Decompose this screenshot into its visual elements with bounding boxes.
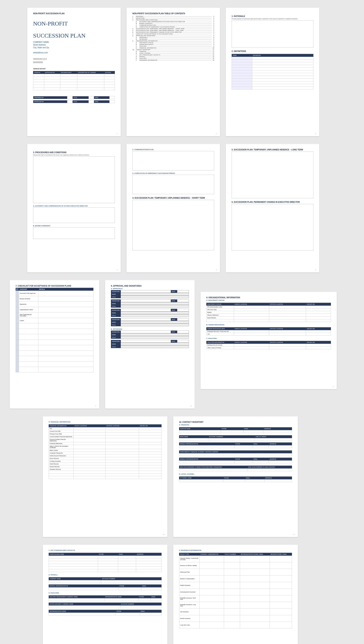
- section-9-title: 9. ORGANIZATIONAL INFORMATION: [206, 296, 331, 299]
- section-3c: C. COMMUNICATIONS PLAN: [132, 149, 214, 150]
- approvals-block: SIGNATUREDATENAMETITLESIGNATUREDATENAMET…: [111, 290, 189, 326]
- short-term-box: [132, 200, 214, 250]
- attorney-table: ATTORNEY NAMEPHONEEMAILADDRESS: [179, 476, 292, 482]
- company-block: COMPANY NAME Street Address City, State …: [33, 41, 115, 49]
- doc-header: NON-PROFIT SUCCESSION PLAN: [33, 12, 115, 14]
- section-10a: A. FINANCIAL: [179, 424, 292, 426]
- branch-rep-table: BRANCH REPRESENTATIVEPHONEEMAILADDRESS: [179, 442, 292, 448]
- oversight-box: [33, 227, 115, 239]
- toc-title: NON-PROFIT SUCCESSION PLAN TABLE OF CONT…: [132, 12, 214, 14]
- page-10: D. FINANCIAL INFORMATION FINANCIAL INFOR…: [43, 416, 167, 537]
- toc-list: 1.RATIONALE32.DEFINITIONS33.PROCEDURES A…: [132, 16, 214, 61]
- section-1-title: 1. RATIONALE: [232, 15, 313, 17]
- insurance-table: POLICY TYPECOMPANY / UNDERWRITERPOLICY N…: [179, 553, 292, 628]
- completion-box: [132, 175, 214, 194]
- definitions-table: TERMDEFINITION: [232, 54, 313, 90]
- section-3a: A. AUTHORITY AND COMPENSATION OF ACTING …: [33, 205, 115, 207]
- office-security-table: OFFICE SECURITY COMPANY NAMEACCOUNT NUMB…: [49, 602, 162, 608]
- section-8b: B. WITNESSES: [111, 328, 189, 330]
- payroll-rep-table: PAYROLL REPRESENTATIVEPHONEEMAIL: [49, 584, 162, 590]
- long-term-box: [232, 152, 313, 198]
- page-5: C. COMMUNICATIONS PLAN D. COMPLETION OF …: [127, 144, 220, 272]
- bank-table: BANK NAMEACCOUNT NUMBERSLINE OF CREDIT: [179, 435, 292, 441]
- rep-table: REPRESENTATIVE NAMEPHONEEMAIL: [49, 610, 162, 616]
- section-3-desc: Discuss the chain of command in the even…: [33, 154, 115, 156]
- web: webaddress.com: [33, 51, 115, 54]
- section-10-title: 10. CONTACT INVENTORY: [179, 421, 292, 423]
- stakeholder-table: STAKEHOLDER NAMEPHONEEMAILADDRESS: [49, 553, 162, 572]
- section-3d: D. COMPLETION OF EMERGENCY SUCCESSION PE…: [132, 172, 214, 174]
- section-9b: B. HUMAN RESOURCES: [206, 324, 331, 326]
- section-9a: A. NON-PROFIT STATUS: [206, 300, 331, 301]
- section-10b: B. LEGAL COUNSEL: [179, 473, 292, 475]
- version: VERSION 0.0.0: [33, 58, 115, 60]
- section-10e: E. FACILITIES: [49, 592, 162, 594]
- branch-rep-2-table: BRANCH REPRESENTATIVEPHONEEMAILADDRESS: [179, 458, 292, 463]
- hr-table: HUMAN RESOURCES INFOONSITE LOCATIONOFFSI…: [206, 327, 331, 336]
- section-10d: D. PAYROLL: [49, 574, 162, 576]
- version-history-title: VERSION HISTORY: [33, 68, 115, 70]
- section-7-title: 7. CHECKLIST FOR ACCEPTANCE OF SUCCESSIO…: [16, 285, 93, 287]
- section-8-title: 8. APPROVAL AND SIGNATURES: [111, 285, 189, 287]
- investments-table: INVESTMENTS: FINANCIAL PLANNER / BROKER …: [179, 450, 292, 456]
- page-13: F. INSURANCE INFORMATION POLICY TYPECOMP…: [173, 545, 298, 644]
- nonprofit-status-table: NON-PROFIT STATUSONSITE LOCATIONOFFSITE …: [206, 303, 331, 322]
- page-12: C. KEY STAKEHOLDER CONTACTS STAKEHOLDER …: [43, 545, 167, 644]
- facilities-table: FACILITIES INFORMATIONONSITE LOCATIONOFF…: [206, 341, 331, 349]
- checklist-table: XCATEGORYDETAILS Succession Plan Approva…: [16, 288, 93, 372]
- procedures-box: [33, 156, 115, 203]
- section-2-title: 2. DEFINITIONS: [232, 50, 313, 52]
- authorized-table: WHO IS AUTHORIZED TO MAKE STOCK AND WIRE…: [179, 466, 292, 471]
- page-9: 9. ORGANIZATIONAL INFORMATION A. NON-PRO…: [200, 292, 337, 389]
- page-7: 7. CHECKLIST FOR ACCEPTANCE OF SUCCESSIO…: [10, 280, 99, 408]
- section-4-title: 4. SUCCESSION PLAN: TEMPORARY, UNPLANNED…: [132, 197, 214, 199]
- section-3b: B. BOARD OVERSIGHT: [33, 225, 115, 227]
- page-3: 1. RATIONALE Provide purpose of successi…: [226, 8, 319, 136]
- doc-date: 00/00/0000: [33, 61, 115, 64]
- section-1-desc: Provide purpose of succession plan and t…: [232, 18, 313, 20]
- page-11: 10. CONTACT INVENTORY A. FINANCIAL AUDIT…: [173, 416, 298, 537]
- section-9c: C. FACILITIES: [206, 338, 331, 339]
- page-8: 8. APPROVAL AND SIGNATURES A. APPROVALS …: [105, 280, 195, 408]
- rationale-box: [232, 20, 313, 48]
- section-9d: D. FINANCIAL INFORMATION: [49, 421, 162, 423]
- prepared-approved-table: PREPARED BYTITLEDATE APPROVED BYTITLEDAT…: [33, 96, 115, 103]
- page-1-cover: NON-PROFIT SUCCESSION PLAN NON-PROFIT SU…: [27, 8, 121, 136]
- page-2-toc: NON-PROFIT SUCCESSION PLAN TABLE OF CONT…: [127, 8, 220, 136]
- section-6-title: 6. SUCCESSION PLAN: PERMANENT CHANGE IN …: [232, 201, 313, 203]
- page-6: 5. SUCCESSION PLAN: TEMPORARY, UNPLANNED…: [226, 144, 319, 272]
- auditor-table: AUDITOR NAMEPHONEEMAILADDRESS: [179, 427, 292, 433]
- witnesses-block: SIGNATUREDATENAMETITLESIGNATUREDATENAMET…: [111, 330, 189, 348]
- main-title-1: NON-PROFIT: [33, 20, 115, 27]
- comm-box: [132, 151, 214, 170]
- section-10c: C. KEY STAKEHOLDER CONTACTS: [49, 550, 162, 551]
- section-3-title: 3. PROCEDURES AND CONDITIONS: [33, 151, 115, 154]
- section-5-title: 5. SUCCESSION PLAN: TEMPORARY, UNPLANNED…: [232, 149, 313, 151]
- version-history-table: VERSIONAPPROVED BYREVISION DATEDESCRIPTI…: [33, 71, 115, 90]
- financial-info-table: FINANCIAL INFORMATIONONSITE LOCATIONOFFS…: [49, 424, 162, 479]
- permanent-box: [232, 204, 313, 250]
- building-mgmt-table: BUILDING MANAGEMENT COMPANY NAMEREPRESEN…: [49, 595, 162, 601]
- main-title-2: SUCCESSION PLAN: [33, 32, 115, 39]
- page-4: 3. PROCEDURES AND CONDITIONS Discuss the…: [27, 144, 121, 272]
- payroll-company-table: COMPANY NAMEACCOUNT NUMBER: [49, 577, 162, 583]
- section-8a: A. APPROVALS: [111, 288, 189, 290]
- authority-box: [33, 208, 115, 223]
- section-10f: F. INSURANCE INFORMATION: [179, 550, 292, 551]
